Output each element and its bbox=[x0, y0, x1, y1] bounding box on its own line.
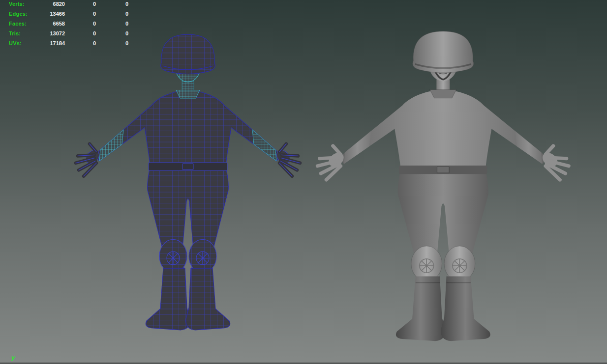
collar bbox=[430, 89, 456, 98]
hud-value: 0 bbox=[9, 40, 128, 46]
axis-y-label: y bbox=[11, 354, 15, 361]
poly-count-hud: Verts: 6820 0 0 Edges: 13466 0 0 Faces: … bbox=[9, 1, 137, 50]
soldier-model-shaded[interactable] bbox=[317, 31, 569, 341]
hud-value: 0 bbox=[9, 1, 128, 7]
right-forearm-guard bbox=[252, 130, 276, 161]
maya-viewport[interactable]: Verts: 6820 0 0 Edges: 13466 0 0 Faces: … bbox=[0, 0, 607, 364]
left-forearm-guard bbox=[344, 131, 371, 164]
hud-value: 0 bbox=[9, 21, 128, 27]
left-boot bbox=[146, 268, 190, 330]
hud-row-faces: Faces: 6658 0 0 bbox=[9, 21, 137, 30]
right-boot bbox=[441, 277, 490, 341]
belt-buckle bbox=[437, 167, 449, 173]
right-boot bbox=[186, 268, 230, 330]
soldier-model-wireframe[interactable] bbox=[76, 34, 300, 330]
left-forearm-guard bbox=[99, 130, 123, 161]
helmet bbox=[161, 34, 215, 74]
hud-row-uvs: UVs: 17184 0 0 bbox=[9, 40, 137, 50]
hud-row-edges: Edges: 13466 0 0 bbox=[9, 11, 137, 21]
left-boot bbox=[396, 277, 446, 341]
right-kneepad-disc bbox=[196, 252, 209, 265]
hud-row-verts: Verts: 6820 0 0 bbox=[9, 1, 137, 11]
left-kneepad-disc bbox=[420, 259, 434, 273]
viewport-canvas[interactable] bbox=[0, 0, 607, 364]
shirt-torso bbox=[341, 91, 545, 168]
hud-value: 0 bbox=[9, 30, 128, 36]
belt-buckle bbox=[182, 164, 193, 169]
hud-value: 0 bbox=[9, 11, 128, 17]
shirt-torso bbox=[97, 91, 279, 165]
left-kneepad-disc bbox=[167, 252, 180, 265]
hud-row-tris: Tris: 13072 0 0 bbox=[9, 30, 137, 40]
collar bbox=[176, 90, 200, 98]
right-forearm-guard bbox=[516, 131, 543, 164]
right-kneepad-disc bbox=[453, 259, 467, 273]
